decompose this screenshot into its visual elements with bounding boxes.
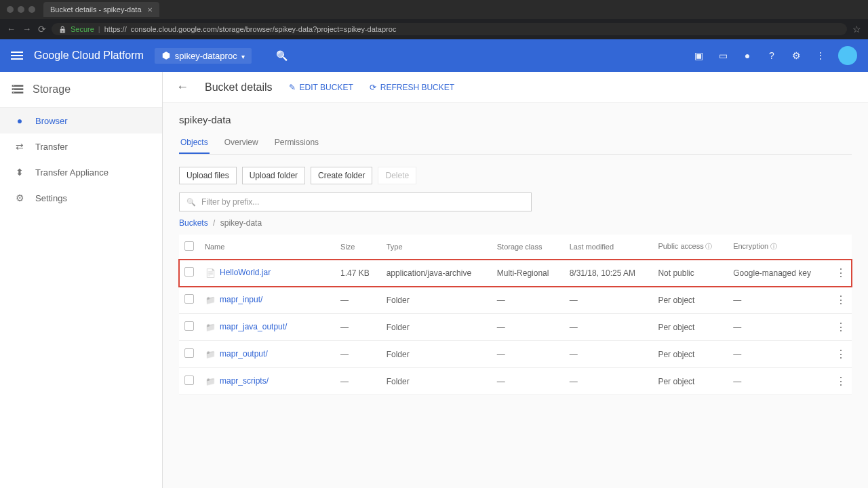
reload-icon[interactable] [38, 24, 46, 35]
cell-storage-class: — [492, 287, 564, 314]
cell-last-modified: 8/31/18, 10:25 AM [564, 260, 653, 287]
cell-public-access: Per object [652, 287, 728, 314]
browser-url-bar: ← → Secure | https://console.cloud.googl… [0, 19, 868, 39]
filter-input[interactable]: Filter by prefix... [179, 192, 532, 211]
object-name-link[interactable]: mapr_java_output/ [220, 322, 287, 331]
col-encryption[interactable]: Encryption [728, 235, 830, 260]
global-search[interactable] [276, 50, 681, 61]
sidebar-item-transfer-appliance[interactable]: ⬍ Transfer Appliance [0, 159, 162, 185]
forward-icon[interactable]: → [22, 24, 31, 35]
notifications-icon[interactable]: ● [741, 49, 754, 62]
row-checkbox[interactable] [184, 294, 194, 304]
svg-marker-0 [163, 52, 170, 60]
cell-storage-class: Multi-Regional [492, 260, 564, 287]
col-public-access[interactable]: Public access [652, 235, 728, 260]
maximize-window-dot[interactable] [28, 6, 35, 13]
refresh-bucket-button[interactable]: REFRESH BUCKET [370, 83, 454, 92]
close-window-dot[interactable] [7, 6, 14, 13]
cell-storage-class: — [492, 314, 564, 341]
row-more-icon[interactable] [835, 269, 846, 279]
window-controls[interactable] [7, 6, 35, 13]
back-arrow-icon[interactable] [176, 80, 189, 94]
refresh-bucket-label: REFRESH BUCKET [380, 83, 454, 92]
col-last-modified[interactable]: Last modified [564, 235, 653, 260]
bookmark-star-icon[interactable] [852, 24, 861, 35]
breadcrumb-root[interactable]: Buckets [179, 218, 208, 228]
console-icon[interactable]: ▭ [716, 49, 730, 62]
sidebar-item-transfer[interactable]: ⇄ Transfer [0, 134, 162, 159]
edit-bucket-label: EDIT BUCKET [300, 83, 353, 92]
project-selector[interactable]: spikey-dataproc [155, 48, 252, 64]
cell-last-modified: — [564, 341, 653, 368]
project-hex-icon [161, 51, 171, 60]
row-checkbox[interactable] [184, 267, 194, 277]
browser-tab[interactable]: Bucket details - spikey-data [43, 2, 159, 17]
table-row[interactable]: HelloWorld.jar1.47 KBapplication/java-ar… [179, 260, 852, 287]
close-tab-icon[interactable] [147, 5, 153, 14]
cell-encryption: — [728, 368, 830, 395]
edit-bucket-button[interactable]: EDIT BUCKET [289, 83, 353, 92]
col-storage-class[interactable]: Storage class [492, 235, 564, 260]
table-row[interactable]: mapr_scripts/—Folder——Per object— [179, 368, 852, 395]
cell-type: application/java-archive [381, 260, 492, 287]
col-type[interactable]: Type [381, 235, 492, 260]
object-name-link[interactable]: mapr_output/ [220, 349, 268, 359]
filter-search-icon [186, 197, 196, 207]
row-more-icon[interactable] [835, 378, 846, 387]
utilities-icon[interactable]: ⚙ [789, 49, 803, 62]
row-checkbox[interactable] [184, 375, 194, 385]
create-folder-button[interactable]: Create folder [311, 167, 372, 184]
svg-point-6 [14, 92, 14, 93]
cloud-shell-icon[interactable]: ▣ [692, 49, 705, 62]
lock-icon [58, 25, 66, 33]
object-name-link[interactable]: mapr_scripts/ [220, 376, 269, 386]
row-more-icon[interactable] [835, 350, 846, 360]
object-name-link[interactable]: HelloWorld.jar [220, 268, 271, 277]
table-row[interactable]: mapr_java_output/—Folder——Per object— [179, 314, 852, 341]
breadcrumb-current: spikey-data [220, 218, 262, 228]
row-more-icon[interactable] [835, 323, 846, 333]
address-field[interactable]: Secure | https://console.cloud.google.co… [52, 23, 847, 35]
tab-objects[interactable]: Objects [179, 132, 210, 154]
cell-storage-class: — [492, 368, 564, 395]
url-divider: | [98, 25, 100, 33]
cell-type: Folder [381, 368, 492, 395]
more-vert-icon[interactable]: ⋮ [814, 49, 827, 62]
user-avatar[interactable] [838, 46, 857, 65]
back-icon[interactable]: ← [7, 24, 16, 35]
transfer-nav-icon: ⇄ [14, 140, 26, 152]
sidebar-item-browser[interactable]: ● Browser [0, 108, 162, 134]
breadcrumb: Buckets / spikey-data [179, 218, 852, 228]
hamburger-menu-icon[interactable] [11, 52, 23, 60]
cell-type: Folder [381, 341, 492, 368]
browser-tab-strip: Bucket details - spikey-data [0, 0, 868, 19]
table-row[interactable]: mapr_input/—Folder——Per object— [179, 287, 852, 314]
col-size[interactable]: Size [335, 235, 381, 260]
row-more-icon[interactable] [835, 296, 846, 306]
help-icon[interactable]: ? [765, 49, 778, 62]
folder-icon [205, 376, 216, 387]
cell-size: 1.47 KB [335, 260, 381, 287]
col-name[interactable]: Name [199, 235, 335, 260]
tab-permissions[interactable]: Permissions [273, 132, 320, 154]
select-all-checkbox[interactable] [184, 241, 194, 251]
upload-files-button[interactable]: Upload files [179, 167, 237, 184]
sidebar-item-settings[interactable]: ⚙ Settings [0, 185, 162, 211]
row-checkbox[interactable] [184, 348, 194, 358]
object-name-link[interactable]: mapr_input/ [220, 295, 262, 304]
folder-icon [205, 322, 216, 333]
secure-label: Secure [71, 25, 94, 33]
svg-point-5 [14, 89, 14, 89]
chevron-down-icon [241, 51, 245, 61]
cell-public-access: Not public [652, 260, 728, 287]
sidebar-item-label: Browser [35, 116, 68, 126]
header-utility-icons: ▣ ▭ ● ? ⚙ ⋮ [692, 46, 857, 65]
table-row[interactable]: mapr_output/—Folder——Per object— [179, 341, 852, 368]
cell-public-access: Per object [652, 314, 728, 341]
sidebar-item-label: Transfer Appliance [35, 167, 108, 178]
row-checkbox[interactable] [184, 321, 194, 331]
sidebar-item-label: Settings [35, 193, 67, 203]
tab-overview[interactable]: Overview [223, 132, 260, 154]
upload-folder-button[interactable]: Upload folder [242, 167, 305, 184]
minimize-window-dot[interactable] [18, 6, 24, 13]
